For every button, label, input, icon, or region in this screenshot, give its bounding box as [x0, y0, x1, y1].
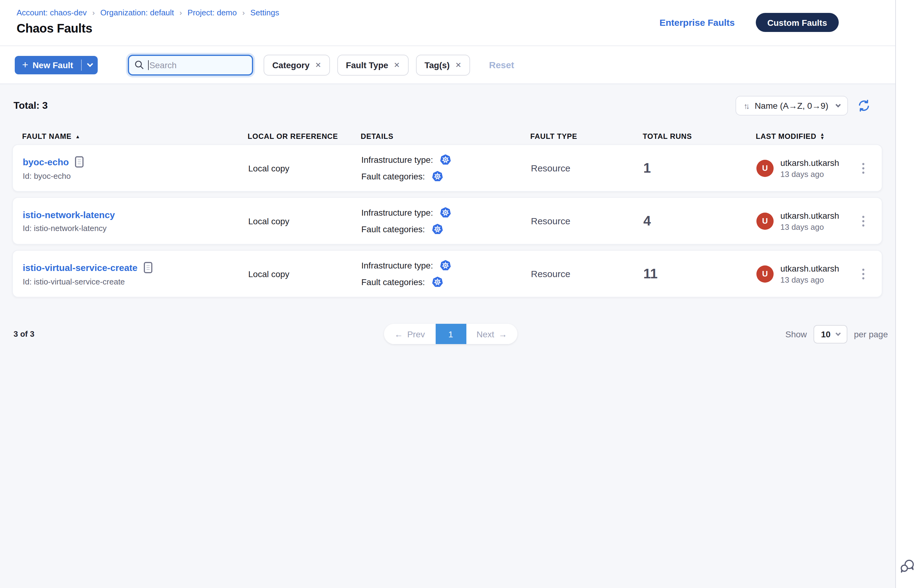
column-header-total-runs: TOTAL RUNS	[643, 132, 756, 141]
kebab-icon	[858, 213, 868, 228]
close-icon[interactable]: ✕	[315, 61, 322, 69]
kebab-icon	[858, 161, 868, 175]
chevron-right-icon: ›	[92, 8, 95, 17]
pager: ← Prev 1 Next →	[384, 324, 517, 344]
fault-categories-label: Fault categories:	[361, 224, 425, 234]
filter-chip-fault-type[interactable]: Fault Type ✕	[337, 54, 409, 75]
column-header-label: LOCAL OR REFERENCE	[247, 132, 338, 141]
column-header-label: FAULT NAME	[22, 132, 71, 141]
arrow-right-icon: →	[499, 329, 507, 339]
reset-filters-button[interactable]: Reset	[489, 60, 514, 70]
prev-label: Prev	[407, 329, 425, 339]
toolbar: + New Fault Category ✕	[0, 46, 895, 84]
filter-chip-label: Tag(s)	[425, 60, 450, 70]
row-menu-button[interactable]	[856, 158, 871, 178]
current-page-button[interactable]: 1	[435, 324, 466, 344]
kubernetes-icon	[431, 276, 443, 288]
help-chat-button[interactable]	[899, 558, 915, 575]
fault-id: Id: byoc-echo	[23, 171, 248, 180]
sort-both-icon: ▲▼	[820, 132, 825, 141]
text-caret	[148, 60, 149, 70]
local-or-reference-value: Local copy	[248, 269, 361, 279]
breadcrumb-account[interactable]: Account: chaos-dev	[16, 8, 87, 17]
filter-chip-label: Category	[272, 60, 309, 70]
modified-time: 13 days ago	[781, 275, 839, 284]
fault-name-link[interactable]: istio-virtual-service-create	[23, 262, 137, 273]
sort-arrows-icon: ↑↓	[743, 101, 748, 110]
manifest-doc-icon	[143, 262, 153, 273]
avatar: U	[756, 265, 774, 282]
infrastructure-type-label: Infrastructure type:	[361, 155, 433, 165]
breadcrumb-project[interactable]: Project: demo	[187, 8, 237, 17]
fault-type-value: Resource	[531, 163, 643, 173]
column-header-last-modified[interactable]: LAST MODIFIED ▲▼	[756, 132, 848, 141]
plus-icon: +	[22, 59, 28, 70]
kubernetes-icon	[431, 223, 443, 235]
fault-id: Id: istio-network-latency	[23, 223, 248, 233]
fault-type-value: Resource	[531, 268, 643, 279]
fault-categories-label: Fault categories:	[361, 277, 425, 287]
total-runs-value: 1	[643, 160, 756, 176]
page-size-value: 10	[821, 329, 831, 339]
kubernetes-icon	[439, 207, 451, 219]
close-icon[interactable]: ✕	[394, 61, 400, 69]
fault-name-link[interactable]: istio-network-latency	[23, 209, 115, 220]
new-fault-dropdown-toggle[interactable]	[82, 56, 98, 74]
search-input[interactable]	[128, 54, 253, 75]
sort-dropdown[interactable]: ↑↓ Name (A→Z, 0→9)	[735, 96, 848, 116]
filter-chip-tags[interactable]: Tag(s) ✕	[416, 54, 470, 75]
app-window: Account: chaos-dev › Organization: defau…	[0, 0, 918, 588]
content-area: Total: 3 ↑↓ Name (A→Z, 0→9)	[0, 84, 895, 588]
enterprise-faults-link[interactable]: Enterprise Faults	[659, 17, 735, 27]
table-row[interactable]: istio-network-latency Id: istio-network-…	[12, 197, 882, 244]
kubernetes-icon	[439, 153, 451, 166]
prev-page-button[interactable]: ← Prev	[384, 324, 435, 344]
modified-time: 13 days ago	[781, 222, 839, 231]
new-fault-button[interactable]: + New Fault	[15, 56, 81, 74]
column-header-fault-type: FAULT TYPE	[530, 132, 643, 141]
row-menu-button[interactable]	[856, 211, 871, 231]
table-row[interactable]: istio-virtual-service-create Id: istio-v…	[12, 250, 882, 297]
chat-bubbles-icon	[899, 558, 915, 575]
close-icon[interactable]: ✕	[455, 61, 461, 69]
column-header-fault-name[interactable]: FAULT NAME ▲	[22, 132, 247, 141]
manifest-doc-icon	[74, 156, 84, 168]
infrastructure-type-label: Infrastructure type:	[361, 208, 433, 218]
avatar: U	[756, 160, 774, 177]
right-help-rail	[895, 0, 918, 588]
fault-categories-label: Fault categories:	[361, 171, 425, 181]
modified-by-user: utkarsh.utkarsh	[781, 210, 839, 220]
column-header-details: DETAILS	[361, 132, 530, 141]
kebab-icon	[858, 267, 868, 281]
search-box	[128, 54, 253, 75]
next-page-button[interactable]: Next →	[466, 324, 518, 344]
table-row[interactable]: byoc-echo Id: byoc-echo Local copy	[12, 144, 882, 192]
breadcrumb-organization[interactable]: Organization: default	[100, 8, 174, 17]
chevron-down-icon	[836, 102, 841, 108]
column-header-local-or-reference: LOCAL OR REFERENCE	[247, 132, 361, 141]
per-page-label: per page	[854, 329, 888, 339]
column-header-label: LAST MODIFIED	[756, 132, 816, 141]
breadcrumb-settings[interactable]: Settings	[251, 8, 279, 17]
sort-dropdown-value: Name (A→Z, 0→9)	[755, 101, 828, 111]
new-fault-split-button: + New Fault	[15, 56, 98, 74]
show-label: Show	[785, 329, 807, 339]
modified-by-user: utkarsh.utkarsh	[781, 158, 839, 168]
pagination-bar: 3 of 3 ← Prev 1 Next → Show 10	[0, 324, 895, 344]
page-header: Account: chaos-dev › Organization: defau…	[0, 0, 895, 46]
column-header-label: FAULT TYPE	[530, 132, 577, 141]
row-menu-button[interactable]	[856, 264, 871, 284]
local-or-reference-value: Local copy	[248, 163, 361, 173]
arrow-left-icon: ←	[394, 329, 403, 339]
fault-name-link[interactable]: byoc-echo	[23, 157, 69, 167]
custom-faults-button[interactable]: Custom Faults	[756, 13, 839, 32]
filter-chip-label: Fault Type	[346, 60, 388, 70]
chevron-right-icon: ›	[179, 8, 182, 17]
chevron-right-icon: ›	[242, 8, 245, 17]
total-runs-value: 11	[643, 266, 756, 282]
next-label: Next	[477, 329, 495, 339]
filter-chip-category[interactable]: Category ✕	[263, 54, 330, 75]
page-size-select[interactable]: 10	[813, 325, 847, 343]
kubernetes-icon	[431, 170, 443, 183]
refresh-button[interactable]	[857, 99, 871, 112]
